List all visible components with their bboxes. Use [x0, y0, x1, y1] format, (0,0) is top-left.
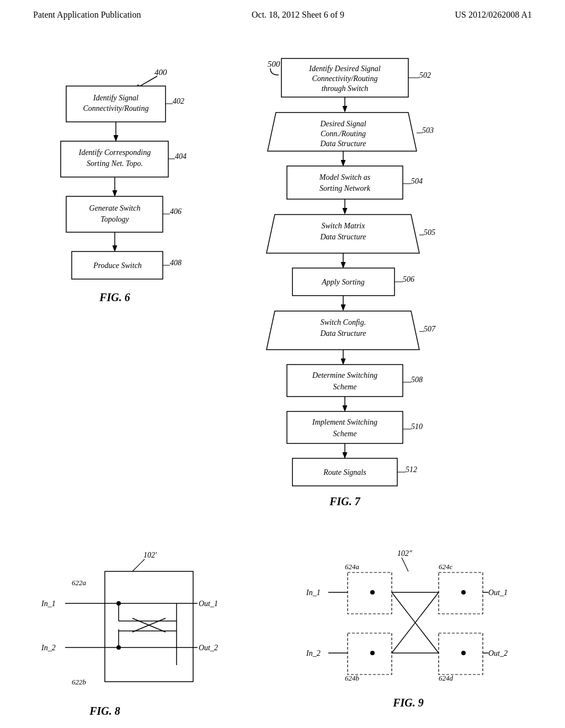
svg-text:Route Signals: Route Signals [323, 468, 366, 477]
fig6-diagram: 400 Identify Signal Connectivity/Routing… [33, 58, 221, 367]
svg-text:FIG. 8: FIG. 8 [89, 705, 120, 717]
svg-text:Out_1: Out_1 [199, 599, 218, 608]
svg-text:Produce Switch: Produce Switch [93, 261, 142, 270]
svg-text:506: 506 [403, 275, 414, 283]
svg-text:In_2: In_2 [306, 649, 321, 657]
svg-text:Out_2: Out_2 [199, 644, 218, 652]
svg-text:Data Structure: Data Structure [319, 329, 366, 338]
svg-text:624d: 624d [439, 674, 454, 682]
svg-point-119 [370, 651, 375, 655]
svg-text:510: 510 [411, 422, 423, 431]
svg-text:502: 502 [419, 71, 431, 79]
svg-text:Sorting Network: Sorting Network [319, 184, 371, 192]
svg-text:102': 102' [143, 551, 157, 559]
header-center: Oct. 18, 2012 Sheet 6 of 9 [252, 10, 344, 20]
page-header: Patent Application Publication Oct. 18, … [0, 0, 565, 25]
svg-text:505: 505 [424, 228, 435, 237]
svg-text:504: 504 [411, 177, 423, 185]
svg-text:In_2: In_2 [41, 644, 56, 652]
svg-rect-122 [439, 633, 483, 675]
svg-text:624a: 624a [345, 563, 360, 571]
svg-text:Data Structure: Data Structure [319, 233, 366, 241]
svg-text:500: 500 [268, 60, 280, 68]
svg-text:In_1: In_1 [41, 599, 56, 608]
svg-text:Identify Desired Signal: Identify Desired Signal [308, 65, 380, 73]
svg-text:102": 102" [397, 549, 412, 558]
svg-text:Connectivity/Routing: Connectivity/Routing [312, 74, 378, 83]
svg-text:Conn./Routing: Conn./Routing [321, 130, 366, 138]
svg-text:508: 508 [411, 376, 423, 384]
svg-text:Scheme: Scheme [333, 430, 357, 438]
svg-point-117 [370, 590, 375, 595]
svg-rect-84 [105, 571, 193, 682]
svg-point-123 [461, 651, 466, 655]
svg-text:400: 400 [154, 68, 167, 77]
svg-text:Implement Switching: Implement Switching [312, 418, 377, 426]
svg-text:Out_1: Out_1 [488, 588, 508, 597]
svg-text:406: 406 [170, 207, 182, 216]
svg-text:624b: 624b [345, 674, 360, 682]
svg-text:Topology: Topology [100, 215, 129, 223]
svg-rect-41 [287, 166, 403, 199]
svg-text:512: 512 [406, 465, 417, 474]
svg-point-121 [461, 590, 466, 595]
svg-text:Apply Sorting: Apply Sorting [321, 278, 364, 286]
svg-text:Connectivity/Routing: Connectivity/Routing [83, 104, 149, 113]
svg-text:503: 503 [422, 126, 434, 135]
svg-text:Desired Signal: Desired Signal [319, 120, 366, 128]
fig7-diagram: 500 Identify Desired Signal Connectivity… [237, 47, 524, 516]
svg-text:Switch Matrix: Switch Matrix [322, 222, 366, 230]
svg-text:Data Structure: Data Structure [319, 140, 366, 148]
svg-rect-70 [287, 411, 403, 443]
svg-rect-13 [66, 196, 163, 232]
svg-text:FIG. 9: FIG. 9 [392, 697, 424, 709]
svg-text:Sorting Net. Topo.: Sorting Net. Topo. [87, 159, 143, 168]
svg-rect-64 [287, 365, 403, 397]
svg-text:FIG. 6: FIG. 6 [99, 291, 130, 303]
header-left: Patent Application Publication [33, 10, 141, 20]
svg-text:through Switch: through Switch [322, 84, 369, 93]
svg-text:Identify Corresponding: Identify Corresponding [78, 148, 151, 157]
svg-text:Model Switch as: Model Switch as [319, 173, 371, 181]
svg-text:622a: 622a [72, 579, 87, 587]
fig9-diagram: 102" 624a 624c 624b 624d In_1 In_2 Out_1… [276, 544, 546, 728]
svg-text:FIG. 7: FIG. 7 [329, 495, 361, 507]
svg-text:624c: 624c [439, 563, 453, 571]
svg-text:Identify Signal: Identify Signal [93, 94, 138, 102]
svg-text:Generate Switch: Generate Switch [89, 204, 141, 212]
svg-rect-116 [348, 572, 392, 614]
svg-text:Determine Switching: Determine Switching [312, 371, 377, 379]
svg-text:Scheme: Scheme [333, 383, 357, 391]
svg-rect-120 [439, 572, 483, 614]
fig8-diagram: 102' In_1 In_2 Out_1 Out_2 622a 622b FIG… [22, 544, 254, 728]
header-right: US 2012/0262008 A1 [455, 10, 532, 20]
svg-text:622b: 622b [72, 678, 87, 686]
svg-text:In_1: In_1 [306, 588, 321, 597]
svg-text:408: 408 [170, 259, 182, 267]
svg-rect-118 [348, 633, 392, 675]
svg-text:404: 404 [175, 152, 186, 160]
svg-text:Switch Config.: Switch Config. [321, 318, 366, 326]
svg-text:507: 507 [424, 325, 436, 333]
svg-text:Out_2: Out_2 [488, 649, 508, 657]
svg-text:402: 402 [173, 97, 184, 105]
